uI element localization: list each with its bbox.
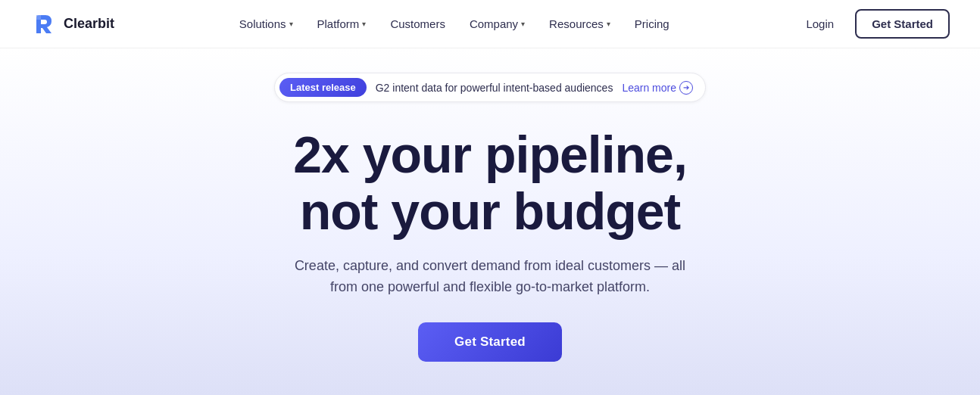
nav-pricing[interactable]: Pricing <box>624 11 680 36</box>
nav-solutions[interactable]: Solutions ▾ <box>229 11 304 36</box>
chevron-down-icon: ▾ <box>521 20 525 28</box>
release-banner: Latest release G2 intent data for powerf… <box>274 73 706 102</box>
logo-area: Clearbit <box>30 11 114 38</box>
nav-platform[interactable]: Platform ▾ <box>307 11 377 36</box>
release-text: G2 intent data for powerful intent-based… <box>376 82 613 94</box>
navbar: Clearbit Solutions ▾ Platform ▾ Customer… <box>0 0 980 48</box>
chevron-down-icon: ▾ <box>607 20 610 28</box>
circle-arrow-icon: ➔ <box>679 81 693 95</box>
nav-menu: Solutions ▾ Platform ▾ Customers Company… <box>229 11 680 36</box>
login-button[interactable]: Login <box>794 11 846 36</box>
get-started-nav-button[interactable]: Get Started <box>855 9 950 39</box>
chevron-down-icon: ▾ <box>289 20 293 28</box>
nav-customers[interactable]: Customers <box>379 11 456 36</box>
release-badge: Latest release <box>279 78 367 97</box>
navbar-actions: Login Get Started <box>794 9 950 39</box>
hero-heading: 2x your pipeline, not your budget <box>293 126 687 240</box>
learn-more-link[interactable]: Learn more ➔ <box>622 81 693 95</box>
clearbit-logo-icon <box>30 11 58 38</box>
get-started-hero-button[interactable]: Get Started <box>418 322 562 362</box>
hero-section: Latest release G2 intent data for powerf… <box>0 48 980 395</box>
chevron-down-icon: ▾ <box>362 20 366 28</box>
nav-resources[interactable]: Resources ▾ <box>538 11 621 36</box>
nav-company[interactable]: Company ▾ <box>459 11 535 36</box>
logo-text: Clearbit <box>64 16 114 32</box>
hero-subtext: Create, capture, and convert demand from… <box>286 255 694 299</box>
